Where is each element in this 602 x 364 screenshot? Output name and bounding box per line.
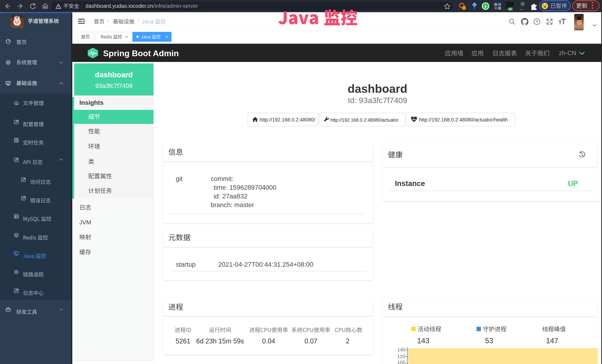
- svg-text:y: y: [484, 4, 487, 8]
- svg-text:on: on: [509, 8, 512, 11]
- svg-text:?: ?: [536, 20, 538, 24]
- svg-text:1: 1: [463, 7, 465, 10]
